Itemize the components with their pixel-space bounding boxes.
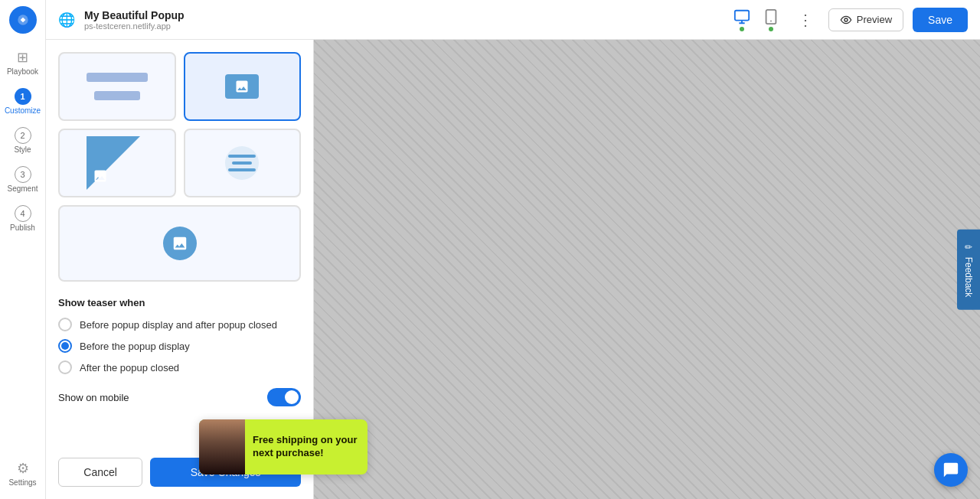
sidebar-item-settings-label: Settings xyxy=(8,478,36,487)
main-area: 🌐 My Beautiful Popup ps-testceren.netlif… xyxy=(46,0,980,499)
toggle-knob xyxy=(285,390,299,404)
radio-label-1: Before popup display and after popup clo… xyxy=(80,319,277,331)
svg-rect-1 xyxy=(735,10,749,20)
template-card-bar[interactable] xyxy=(58,52,176,121)
template-card-bubble[interactable] xyxy=(58,205,301,282)
radio-after-only[interactable]: After the popup closed xyxy=(58,360,301,374)
more-options-button[interactable]: ⋮ xyxy=(792,8,819,32)
cancel-button[interactable]: Cancel xyxy=(58,458,142,487)
radio-outer-3 xyxy=(58,360,72,374)
radio-outer-2 xyxy=(58,339,72,353)
teaser-radio-group: Before popup display and after popup clo… xyxy=(58,318,301,374)
canvas-area: Show teaser when Before popup display an… xyxy=(46,40,980,499)
step-1-circle: 1 xyxy=(15,88,31,105)
mobile-active-dot xyxy=(769,27,773,31)
radio-label-3: After the popup closed xyxy=(80,362,179,373)
template-card-lines[interactable] xyxy=(184,129,302,197)
popup-preview: Free shipping on your next purchase! xyxy=(199,419,368,475)
svg-point-4 xyxy=(844,18,848,21)
radio-before-and-after[interactable]: Before popup display and after popup clo… xyxy=(58,318,301,331)
preview-button[interactable]: Preview xyxy=(828,8,903,31)
app-subtitle: ps-testceren.netlify.app xyxy=(84,21,185,31)
tpl-center-lines xyxy=(225,146,259,180)
person-silhouette xyxy=(199,419,245,475)
preview-label: Preview xyxy=(857,14,892,25)
teaser-section-title: Show teaser when xyxy=(58,297,301,308)
sidebar-item-publish[interactable]: 4 Publish xyxy=(0,199,45,238)
template-card-corner[interactable] xyxy=(58,129,176,197)
sidebar: ⊞ Playbook 1 Customize 2 Style 3 Segment… xyxy=(0,0,46,499)
popup-preview-text: Free shipping on your next purchase! xyxy=(245,428,368,466)
topbar-title: My Beautiful Popup ps-testceren.netlify.… xyxy=(84,9,185,31)
desktop-device-button[interactable] xyxy=(730,5,753,34)
settings-icon: ⚙ xyxy=(17,460,29,477)
feedback-tab[interactable]: ✏ Feedback xyxy=(957,230,980,310)
step-4-circle: 4 xyxy=(15,205,31,222)
topbar: 🌐 My Beautiful Popup ps-testceren.netlif… xyxy=(46,0,980,40)
app-title: My Beautiful Popup xyxy=(84,9,185,21)
radio-outer-1 xyxy=(58,318,72,331)
device-switcher xyxy=(730,5,782,34)
svg-point-3 xyxy=(770,20,772,21)
globe-icon: 🌐 xyxy=(58,11,75,28)
grid-icon: ⊞ xyxy=(17,49,28,66)
chat-button[interactable] xyxy=(934,453,968,487)
show-on-mobile-toggle[interactable] xyxy=(267,388,301,406)
template-grid xyxy=(58,52,301,282)
tpl-bar-2 xyxy=(94,91,140,100)
popup-preview-image xyxy=(199,419,245,475)
radio-inner-2 xyxy=(61,342,69,350)
sidebar-item-playbook[interactable]: ⊞ Playbook xyxy=(0,43,45,82)
sidebar-item-customize[interactable]: 1 Customize xyxy=(0,82,45,121)
template-card-image[interactable] xyxy=(184,52,302,121)
sidebar-item-customize-label: Customize xyxy=(5,106,41,115)
show-on-mobile-row: Show on mobile xyxy=(58,388,301,406)
radio-label-2: Before the popup display xyxy=(80,341,190,352)
feedback-label: ✏ xyxy=(963,242,974,253)
mobile-device-button[interactable] xyxy=(760,5,782,34)
sidebar-item-playbook-label: Playbook xyxy=(7,67,38,76)
sidebar-item-publish-label: Publish xyxy=(10,223,35,232)
app-logo[interactable] xyxy=(9,6,37,34)
step-3-circle: 3 xyxy=(15,166,31,183)
save-button[interactable]: Save xyxy=(913,8,968,32)
tpl-bar-1 xyxy=(87,73,148,82)
tpl-bubble-icon xyxy=(163,227,197,260)
toggle-label: Show on mobile xyxy=(58,392,129,403)
feedback-text: Feedback xyxy=(963,257,974,298)
sidebar-item-style[interactable]: 2 Style xyxy=(0,121,45,160)
sidebar-item-segment-label: Segment xyxy=(7,184,38,193)
step-2-circle: 2 xyxy=(15,127,31,144)
sidebar-item-settings[interactable]: ⚙ Settings xyxy=(0,454,45,493)
sidebar-item-style-label: Style xyxy=(14,145,31,154)
radio-before-only[interactable]: Before the popup display xyxy=(58,339,301,353)
sidebar-item-segment[interactable]: 3 Segment xyxy=(0,160,45,199)
desktop-active-dot xyxy=(740,27,744,31)
tpl-img-icon xyxy=(225,74,259,99)
